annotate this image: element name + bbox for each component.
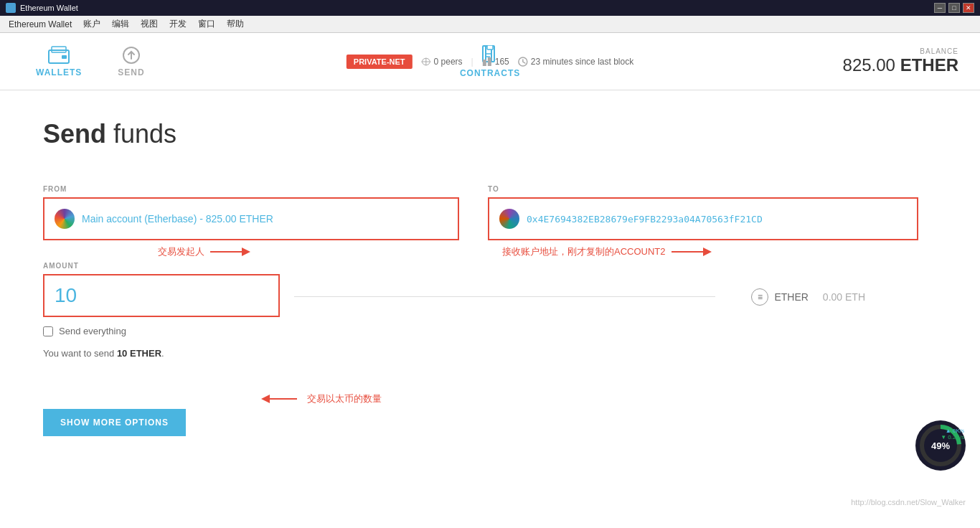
page-title: Send funds [43, 119, 937, 149]
menu-dev[interactable]: 开发 [164, 16, 192, 32]
annotation-from: 交易发起人 [158, 245, 253, 259]
balance-unit: ETHER [900, 55, 958, 75]
contracts-label: CONTRACTS [460, 68, 520, 78]
summary-amount: 10 ETHER [117, 348, 161, 359]
from-group: FROM Main account (Etherbase) - 825.00 E… [43, 185, 459, 240]
eth-display: 0.00 ETH [823, 291, 865, 303]
maximize-button[interactable]: □ [948, 3, 960, 13]
amount-group: AMOUNT 10 [43, 262, 280, 317]
amount-row: AMOUNT 10 ≡ ETHER 0.00 ETH [43, 262, 937, 317]
balance-section: BALANCE 825.00 ETHER [843, 47, 958, 75]
show-more-button[interactable]: SHOW MORE OPTIONS [43, 409, 186, 436]
unit-label: ETHER [774, 291, 808, 303]
arrow-to-icon [672, 245, 715, 259]
peers-count: 0 peers [434, 57, 463, 67]
summary-text: You want to send 10 ETHER. [43, 348, 937, 359]
send-everything-label: Send everything [59, 326, 126, 336]
from-field-box[interactable]: Main account (Etherbase) - 825.00 ETHER [43, 197, 459, 240]
unit-selector[interactable]: ≡ ETHER [751, 288, 808, 306]
wallets-icon [48, 46, 70, 65]
menu-bar: Ethereum Wallet 账户 编辑 视图 开发 窗口 帮助 [0, 16, 980, 33]
last-block-stat: 23 minutes since last block [518, 57, 633, 67]
amount-line [294, 296, 715, 297]
watermark: http://blog.csdn.net/Slow_Walker [851, 498, 966, 506]
annotation-amount: 交易以太币的数量 [258, 392, 382, 406]
main-content: Send funds 交易发起人 接收账户地址，刚才复制的ACCOUNT2 FR… [0, 90, 980, 528]
wallets-nav[interactable]: WALLETS [22, 39, 96, 85]
unit-icon: ≡ [751, 288, 768, 306]
to-account-icon [499, 209, 519, 229]
svg-rect-11 [487, 45, 493, 50]
app-icon [6, 3, 16, 13]
balance-label: BALANCE [843, 47, 958, 55]
send-everything-checkbox[interactable] [43, 326, 53, 336]
arrow-amount-icon [258, 392, 301, 406]
network-percent: 49% [931, 440, 950, 451]
from-account-text[interactable]: Main account (Etherbase) - 825.00 ETHER [82, 213, 273, 225]
to-address-text[interactable]: 0x4E7694382EB28679eF9FB2293a04A70563fF21… [527, 214, 763, 225]
network-widget: 49% ▲ 0K/s ▼ 0.2K/s [915, 420, 966, 471]
clock-icon [518, 57, 528, 67]
network-status: PRIVATE-NET 0 peers | 165 23 minutes sin… [347, 55, 633, 69]
blocks-stat: 165 [482, 57, 509, 67]
menu-accounts[interactable]: 账户 [77, 16, 106, 32]
amount-label: AMOUNT [43, 262, 280, 270]
from-field-inner: Main account (Etherbase) - 825.00 ETHER [82, 213, 273, 225]
send-icon [122, 46, 141, 65]
menu-help[interactable]: 帮助 [221, 16, 250, 32]
menu-ethereum-wallet[interactable]: Ethereum Wallet [3, 18, 77, 31]
menu-edit[interactable]: 编辑 [106, 16, 135, 32]
amount-input-box[interactable]: 10 [43, 274, 280, 317]
arrow-from-icon [210, 245, 253, 259]
from-to-row: FROM Main account (Etherbase) - 825.00 E… [43, 185, 937, 240]
send-nav[interactable]: SEND [103, 39, 159, 85]
amount-value[interactable]: 10 [55, 284, 268, 307]
blocks-count: 165 [495, 57, 509, 67]
peers-icon [421, 57, 431, 66]
to-group: TO 0x4E7694382EB28679eF9FB2293a04A70563f… [488, 185, 918, 240]
title-bar-text: Ethereum Wallet [20, 4, 78, 12]
minimize-button[interactable]: ─ [934, 3, 946, 13]
window-controls: ─ □ ✕ [934, 3, 974, 13]
send-everything-row: Send everything [43, 326, 937, 336]
last-block-text: 23 minutes since last block [531, 57, 633, 67]
from-account-icon [55, 209, 75, 229]
send-label: SEND [118, 67, 144, 77]
svg-rect-7 [488, 57, 491, 66]
annotation-to: 接收账户地址，刚才复制的ACCOUNT2 [502, 245, 715, 259]
app-header: WALLETS SEND PRIVATE-NET 0 peers | 165 [0, 33, 980, 90]
peers-stat: 0 peers [421, 57, 463, 67]
from-label: FROM [43, 185, 459, 193]
close-button[interactable]: ✕ [963, 3, 974, 13]
title-bar: Ethereum Wallet ─ □ ✕ [0, 0, 980, 16]
balance-amount: 825.00 ETHER [843, 55, 958, 75]
to-label: TO [488, 185, 918, 193]
blocks-icon [482, 57, 492, 67]
menu-window[interactable]: 窗口 [192, 16, 221, 32]
to-field-box[interactable]: 0x4E7694382EB28679eF9FB2293a04A70563fF21… [488, 197, 918, 240]
svg-rect-2 [62, 55, 67, 59]
menu-view[interactable]: 视图 [135, 16, 164, 32]
svg-rect-6 [483, 60, 486, 66]
wallets-label: WALLETS [36, 67, 82, 77]
network-badge: PRIVATE-NET [347, 55, 413, 69]
